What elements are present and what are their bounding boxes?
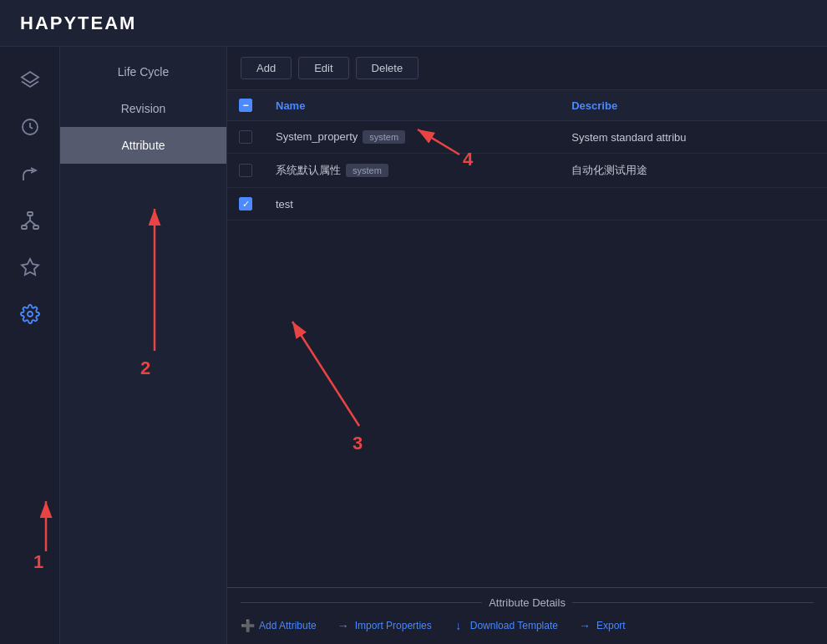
bottom-actions: ➕ Add Attribute → Import Properties ↓ Do… bbox=[241, 616, 814, 636]
svg-line-7 bbox=[30, 221, 36, 226]
table-header-row: − Name Describe bbox=[227, 90, 827, 121]
attribute-table-container: − Name Describe System_propertysystemSys… bbox=[227, 90, 827, 587]
add-button[interactable]: Add bbox=[241, 57, 292, 79]
settings-icon-item[interactable] bbox=[10, 294, 50, 334]
table-row: ✓test bbox=[227, 188, 827, 221]
row-name: 系统默认属性system bbox=[264, 154, 560, 188]
attribute-table: − Name Describe System_propertysystemSys… bbox=[227, 90, 827, 221]
row-describe: System standard attribu bbox=[560, 121, 827, 154]
content-area: Add Edit Delete − Name Describe System_p… bbox=[227, 47, 827, 644]
nav-item-attribute[interactable]: Attribute bbox=[60, 127, 226, 164]
sidebar-icons-panel bbox=[0, 47, 60, 644]
hierarchy-icon-item[interactable] bbox=[10, 200, 50, 241]
import-icon: → bbox=[337, 619, 350, 632]
svg-rect-3 bbox=[22, 226, 27, 229]
import-properties-btn[interactable]: → Import Properties bbox=[337, 619, 432, 632]
row-checkbox[interactable] bbox=[239, 164, 252, 177]
col-name: Name bbox=[264, 90, 560, 121]
table-row: 系统默认属性system自动化测试用途 bbox=[227, 154, 827, 188]
svg-line-6 bbox=[24, 221, 30, 226]
svg-rect-2 bbox=[28, 212, 33, 216]
row-checkbox[interactable] bbox=[239, 130, 252, 144]
row-name: test bbox=[264, 188, 560, 221]
nav-panel: Life Cycle Revision Attribute bbox=[60, 47, 227, 644]
svg-rect-4 bbox=[33, 226, 38, 229]
nav-item-revision[interactable]: Revision bbox=[60, 90, 226, 127]
svg-marker-8 bbox=[22, 259, 38, 275]
edit-button[interactable]: Edit bbox=[298, 57, 348, 79]
row-describe: 自动化测试用途 bbox=[560, 154, 827, 188]
col-checkbox: − bbox=[227, 90, 264, 121]
star-icon-item[interactable] bbox=[10, 247, 50, 287]
app-logo: HAPYTEAM bbox=[20, 13, 136, 34]
download-icon: ↓ bbox=[452, 619, 465, 632]
export-icon: → bbox=[578, 619, 591, 632]
row-name: System_propertysystem bbox=[264, 121, 560, 154]
layers-icon-item[interactable] bbox=[10, 60, 50, 100]
col-describe: Describe bbox=[560, 90, 827, 121]
svg-marker-0 bbox=[22, 72, 38, 83]
table-row: System_propertysystemSystem standard att… bbox=[227, 121, 827, 154]
row-checkbox-cell bbox=[227, 154, 264, 188]
row-checkbox-cell: ✓ bbox=[227, 188, 264, 221]
bottom-section: Attribute Details ➕ Add Attribute → Impo… bbox=[227, 587, 827, 644]
attribute-details-title: Attribute Details bbox=[241, 596, 814, 609]
row-checkbox-cell bbox=[227, 121, 264, 154]
row-checkbox[interactable]: ✓ bbox=[239, 197, 252, 210]
row-describe bbox=[560, 188, 827, 221]
add-attribute-btn[interactable]: ➕ Add Attribute bbox=[241, 619, 317, 632]
export-btn[interactable]: → Export bbox=[578, 619, 626, 632]
download-template-btn[interactable]: ↓ Download Template bbox=[452, 619, 558, 632]
delete-button[interactable]: Delete bbox=[356, 57, 419, 79]
toolbar: Add Edit Delete bbox=[227, 47, 827, 90]
svg-point-9 bbox=[28, 312, 33, 317]
share-icon-item[interactable] bbox=[10, 154, 50, 194]
header-checkbox[interactable]: − bbox=[239, 99, 252, 112]
clock-icon-item[interactable] bbox=[10, 107, 50, 147]
nav-item-lifecycle[interactable]: Life Cycle bbox=[60, 53, 226, 90]
add-attribute-icon: ➕ bbox=[241, 619, 254, 632]
